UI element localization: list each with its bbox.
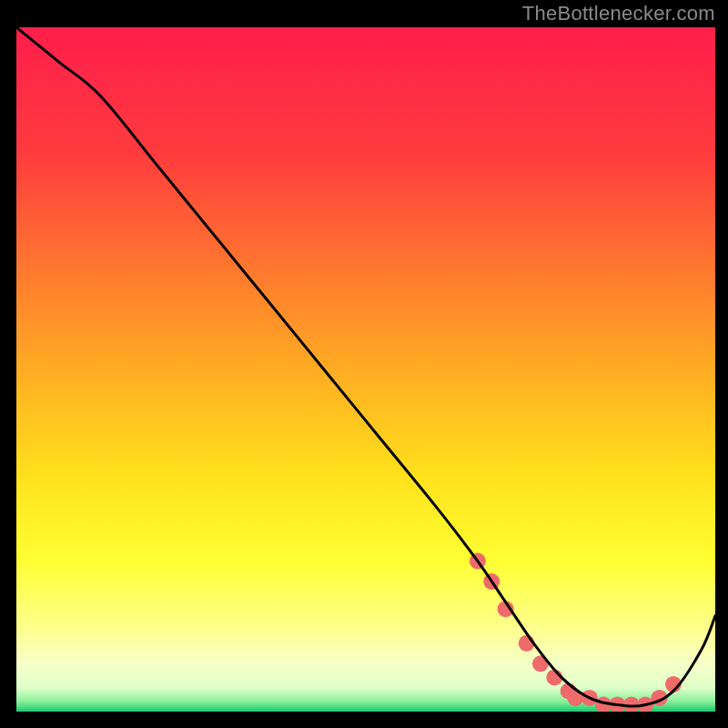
chart-stage: TheBottlenecker.com bbox=[0, 0, 728, 728]
chart-svg bbox=[0, 0, 728, 728]
plot-background bbox=[16, 27, 715, 712]
attribution-text: TheBottlenecker.com bbox=[522, 2, 715, 25]
